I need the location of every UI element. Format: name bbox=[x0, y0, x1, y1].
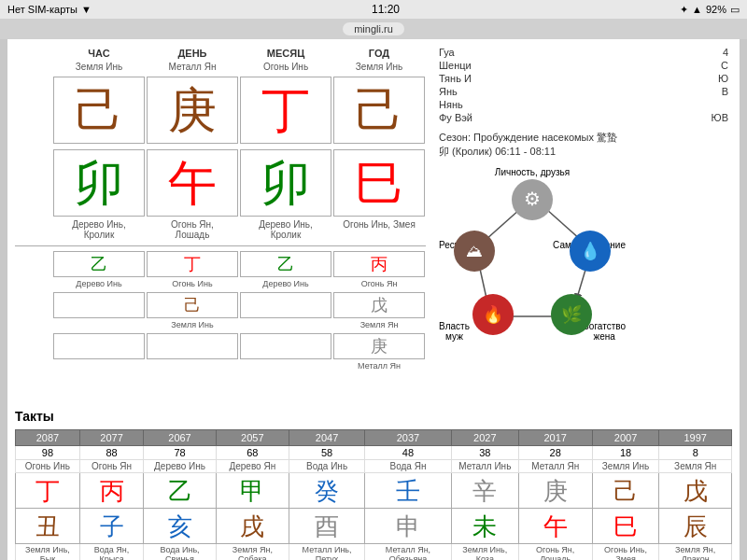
takty-stem: 丁 bbox=[16, 473, 80, 509]
info-table: Гуа 4 Шенци С Тянь И Ю Янь В Нянь Фу Вэй bbox=[439, 47, 728, 123]
svg-line-0 bbox=[546, 209, 581, 240]
takty-branch: 子 bbox=[79, 509, 143, 544]
takty-stem: 乙 bbox=[144, 473, 216, 509]
takty-age: 8 bbox=[659, 446, 732, 460]
takty-stem: 癸 bbox=[289, 473, 364, 509]
takty-elem-label: Дерево Инь bbox=[144, 460, 216, 473]
takty-stem: 己 bbox=[592, 473, 659, 509]
hidden-row1-label bbox=[15, 250, 52, 278]
season-main: Сезон: Пробуждение насекомых 驚蟄 bbox=[439, 132, 617, 143]
battery-label: 92% bbox=[706, 4, 726, 15]
main-content: ЧАС ДЕНЬ МЕСЯЦ ГОД Земля Инь Металл Ян О… bbox=[7, 39, 740, 403]
takty-table: 2087207720672057204720372027201720071997… bbox=[15, 429, 732, 560]
wifi-icon: ▲ bbox=[692, 4, 702, 15]
tianyi-value: Ю bbox=[718, 73, 728, 84]
takty-year: 2047 bbox=[289, 430, 364, 446]
carrier-label: Нет SIM-карты bbox=[7, 4, 78, 15]
stems-row: 己 庚 丁 己 bbox=[15, 76, 426, 145]
branch-label-hour: Дерево Инь,Кролик bbox=[52, 219, 146, 240]
svg-text:🌿: 🌿 bbox=[561, 304, 583, 325]
info-section: Гуа 4 Шенци С Тянь И Ю Янь В Нянь Фу Вэй bbox=[435, 47, 732, 396]
takty-age: 18 bbox=[592, 446, 659, 460]
nyan-label: Нянь bbox=[439, 99, 463, 110]
col-header-empty bbox=[15, 47, 52, 60]
url-bar: mingli.ru bbox=[0, 19, 747, 39]
takty-grid: 2087207720672057204720372027201720071997… bbox=[15, 429, 732, 560]
branches-row: 卯 午 卯 巳 bbox=[15, 148, 426, 217]
takty-elem-label: Земля Инь bbox=[592, 460, 659, 473]
url-text[interactable]: mingli.ru bbox=[343, 22, 404, 35]
takty-stem: 甲 bbox=[216, 473, 289, 509]
takty-sub-label: Огонь Инь, Змея bbox=[592, 544, 659, 561]
takty-branch: 戌 bbox=[216, 509, 289, 544]
pentagon-svg: ⚙ 💧 🌿 🔥 ⛰ bbox=[439, 167, 626, 349]
col-header-month: МЕСЯЦ bbox=[239, 47, 332, 60]
svg-text:⛰: ⛰ bbox=[466, 242, 483, 260]
bluetooth-icon: ✦ bbox=[680, 4, 688, 16]
takty-sub-label: Металл Инь, Петух bbox=[289, 544, 364, 561]
sublabel-day: Металл Ян bbox=[146, 62, 239, 72]
branch-row-label bbox=[15, 148, 52, 217]
takty-elem-label: Земля Ян bbox=[659, 460, 732, 473]
fuwei-value: ЮВ bbox=[712, 112, 728, 123]
takty-sub-label: Вода Ян, Крыса bbox=[79, 544, 143, 561]
takty-age: 88 bbox=[79, 446, 143, 460]
stem-year: 己 bbox=[333, 77, 425, 144]
takty-branch: 申 bbox=[365, 509, 452, 544]
hl2-year: Земля Ян bbox=[332, 320, 426, 329]
takty-stem: 戊 bbox=[659, 473, 732, 509]
col-headers: ЧАС ДЕНЬ МЕСЯЦ ГОД bbox=[15, 47, 426, 60]
info-yan: Янь В bbox=[439, 86, 728, 97]
takty-sub-label: Земля Ян, Собака bbox=[216, 544, 289, 561]
svg-text:💧: 💧 bbox=[580, 241, 601, 261]
branch-labels: Дерево Инь,Кролик Огонь Ян,Лошадь Дерево… bbox=[15, 219, 426, 240]
svg-line-4 bbox=[486, 209, 520, 240]
branch-label-year: Огонь Инь, Змея bbox=[332, 219, 426, 240]
signal-icon: ▼ bbox=[81, 4, 92, 15]
fuwei-label: Фу Вэй bbox=[439, 112, 472, 123]
stem-row-label bbox=[15, 76, 52, 145]
hidden-row1: 乙 丁 乙 丙 bbox=[15, 250, 426, 278]
takty-year: 2027 bbox=[451, 430, 518, 446]
stem-day: 庚 bbox=[147, 77, 238, 144]
hidden2-year: 戊 bbox=[333, 292, 425, 318]
bazi-section: ЧАС ДЕНЬ МЕСЯЦ ГОД Земля Инь Металл Ян О… bbox=[15, 47, 426, 396]
takty-year: 2087 bbox=[16, 430, 80, 446]
shenci-value: С bbox=[721, 60, 728, 71]
branch-label-day: Огонь Ян,Лошадь bbox=[146, 219, 239, 240]
takty-elem-label: Вода Инь bbox=[289, 460, 364, 473]
hidden2-day: 己 bbox=[147, 292, 238, 318]
col-header-hour: ЧАС bbox=[52, 47, 146, 60]
takty-age: 58 bbox=[289, 446, 364, 460]
season-sub: 卯 (Кролик) 06:11 - 08:11 bbox=[439, 146, 556, 157]
takty-stem: 辛 bbox=[451, 473, 518, 509]
sublabel-year: Земля Инь bbox=[332, 62, 426, 72]
takty-branch: 丑 bbox=[16, 509, 80, 544]
svg-text:🔥: 🔥 bbox=[483, 304, 504, 325]
takty-sub-label: Металл Ян, Обезьяна bbox=[365, 544, 452, 561]
hl2-day: Земля Инь bbox=[146, 320, 239, 329]
hidden1-hour: 乙 bbox=[53, 251, 145, 277]
takty-elem-label: Металл Ян bbox=[518, 460, 592, 473]
hl1-year: Огонь Ян bbox=[332, 279, 426, 288]
takty-sub-label: Вода Инь, Свинья bbox=[144, 544, 216, 561]
sublabel-hour: Земля Инь bbox=[52, 62, 146, 72]
yan-value: В bbox=[722, 86, 728, 97]
takty-year: 2017 bbox=[518, 430, 592, 446]
hl1-month: Дерево Инь bbox=[239, 279, 332, 288]
takty-sub-label: Огонь Ян, Лошадь bbox=[518, 544, 592, 561]
takty-title: Такты bbox=[15, 409, 732, 424]
takty-sub-label: Земля Инь, Коза bbox=[451, 544, 518, 561]
hidden3-year: 庚 bbox=[333, 333, 425, 359]
takty-year: 2067 bbox=[144, 430, 216, 446]
hl1-day: Огонь Инь bbox=[146, 279, 239, 288]
takty-stem: 庚 bbox=[518, 473, 592, 509]
takty-age: 28 bbox=[518, 446, 592, 460]
hidden-stems: 乙 丁 乙 丙 Дерево Инь Огонь Инь Дерево Инь … bbox=[15, 245, 426, 371]
takty-age: 78 bbox=[144, 446, 216, 460]
branch-year: 巳 bbox=[333, 149, 425, 217]
takty-age: 48 bbox=[365, 446, 452, 460]
shenci-label: Шенци bbox=[439, 60, 472, 71]
hidden2-month-empty bbox=[240, 292, 331, 318]
hidden-labels3: Металл Ян bbox=[15, 361, 426, 371]
